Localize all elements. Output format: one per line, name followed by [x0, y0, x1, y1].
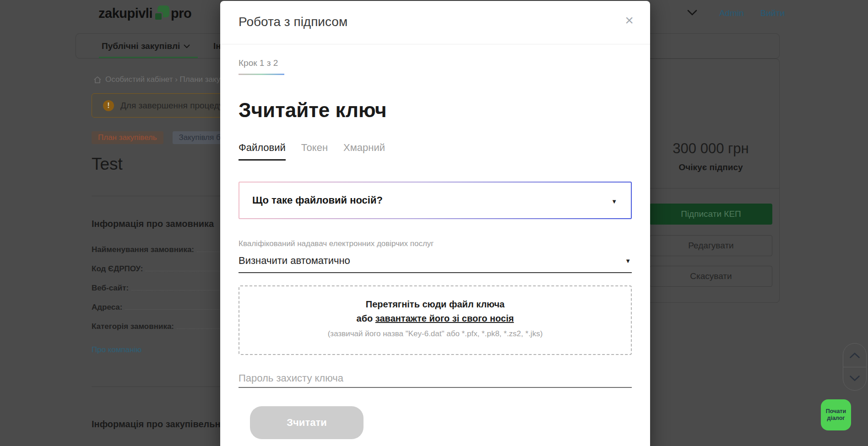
cancel-button[interactable]: Скасувати [650, 266, 772, 287]
app-root: zakupivli pro Admin Вийти Публічні закуп… [0, 0, 868, 446]
signature-modal: Робота з підписом × Крок 1 з 2 Зчитайте … [220, 1, 650, 446]
page-title: Test [92, 155, 123, 174]
modal-header: Робота з підписом × [220, 1, 650, 44]
step-indicator: Крок 1 з 2 [239, 58, 632, 68]
sign-kep-button[interactable]: Підписати КЕП [650, 204, 772, 225]
dropzone-line2-prefix: або [357, 313, 375, 323]
step-progress-line [239, 74, 284, 75]
qes-provider-label: Кваліфікований надавач електронних довір… [239, 239, 632, 248]
breadcrumb-text: Особистий кабінет › Плани закупі [105, 75, 226, 84]
what-is-file-media-expander[interactable]: Що таке файловий носій? ▼ [239, 182, 632, 219]
tab-token[interactable]: Токен [301, 142, 328, 161]
home-icon [93, 76, 102, 84]
breadcrumb[interactable]: Особистий кабінет › Плани закупі [93, 75, 226, 84]
expander-question: Що таке файловий носій? [252, 194, 383, 206]
status-badge: Очікує підпису [642, 162, 779, 172]
header-right: Admin Вийти [687, 8, 785, 18]
amount-value: 300 000 грн [642, 140, 779, 157]
summary-card: 300 000 грн Очікує підпису Підписати КЕП… [642, 59, 780, 303]
logo-mark-icon [154, 5, 169, 21]
read-key-button[interactable]: Зчитати [250, 406, 363, 439]
scroll-widget [843, 343, 867, 391]
warning-icon: ! [103, 100, 114, 111]
tag-procurement-plan: План закупівель [92, 131, 163, 144]
chevron-down-icon [184, 44, 190, 48]
admin-link[interactable]: Admin [719, 8, 744, 18]
dropzone-line2: або завантажте його зі свого носія [239, 313, 631, 324]
field-label: Веб-сайт: [92, 284, 129, 293]
nav-tab-public-purchases[interactable]: Публічні закупівлі [102, 34, 190, 59]
site-logo[interactable]: zakupivli pro [98, 5, 191, 21]
logo-text-right: pro [171, 6, 191, 21]
edit-button[interactable]: Редагувати [650, 235, 772, 256]
start-chat-button[interactable]: Початидіалог [821, 399, 851, 430]
caret-down-icon: ▼ [625, 258, 631, 264]
purchase-info-heading: Інформація про закупівельн [92, 419, 221, 430]
chevron-down-icon [849, 375, 860, 382]
divider [642, 188, 779, 188]
caret-down-icon: ▼ [611, 198, 617, 205]
logout-link[interactable]: Вийти [760, 8, 785, 18]
field-label: Адреса: [92, 303, 122, 312]
logo-text-left: zakupivli [98, 6, 152, 21]
nav-tab-label: Публічні закупівлі [102, 41, 180, 51]
field-label: Категорія замовника: [92, 322, 174, 331]
chevron-up-icon [849, 352, 860, 359]
dropzone-hint: (зазвичай його назва "Key-6.dat" або *.p… [239, 329, 631, 339]
chat-button-label: Початидіалог [826, 408, 846, 422]
nav-active-underline [99, 57, 198, 58]
field-label: Код ЄДРПОУ: [92, 264, 143, 274]
modal-body: Крок 1 з 2 Зчитайте ключ Файловий Токен … [220, 58, 650, 439]
dropzone-line1: Перетягніть сюди файл ключа [239, 299, 631, 310]
about-company-link[interactable]: Про компанію [92, 345, 141, 355]
qes-provider-select[interactable]: Визначити автоматично ▼ [239, 255, 632, 273]
modal-heading: Зчитайте ключ [239, 99, 632, 122]
chevron-down-icon[interactable] [687, 9, 697, 17]
field-label: Найменування замовника: [92, 245, 194, 254]
scroll-up-button[interactable] [843, 344, 866, 367]
close-icon[interactable]: × [625, 13, 634, 27]
scroll-down-button[interactable] [843, 366, 866, 390]
key-file-dropzone[interactable]: Перетягніть сюди файл ключа або завантаж… [239, 285, 632, 355]
tab-file[interactable]: Файловий [239, 142, 286, 161]
key-password-input[interactable] [239, 369, 632, 388]
upload-from-media-link[interactable]: завантажте його зі свого носія [375, 313, 514, 323]
modal-title: Робота з підписом [239, 15, 347, 29]
key-type-tabs: Файловий Токен Хмарний [239, 142, 632, 161]
customer-info-heading: Інформація про замовника [92, 219, 214, 229]
qes-provider-value: Визначити автоматично [239, 255, 350, 266]
tab-cloud[interactable]: Хмарний [343, 142, 385, 161]
